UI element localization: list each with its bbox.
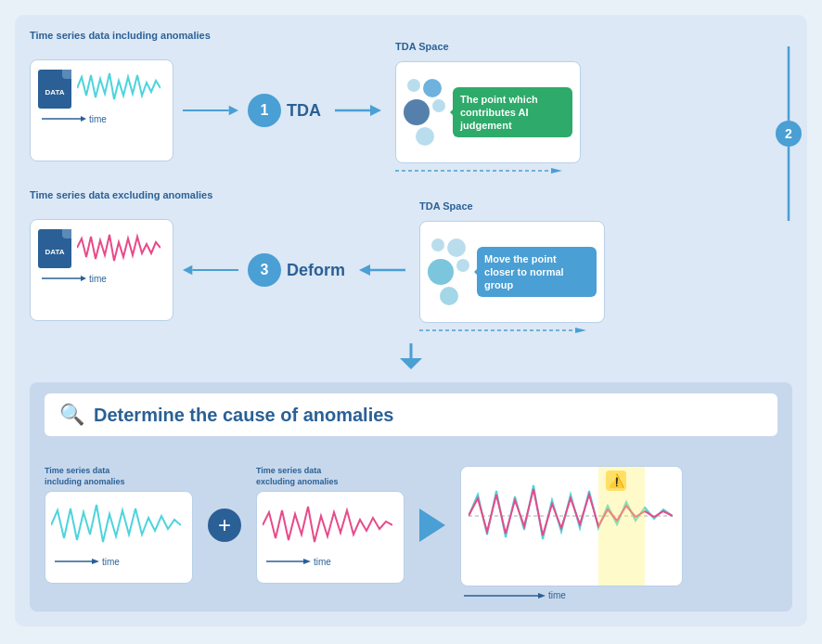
warning-icon: ⚠️ [606, 470, 626, 491]
svg-marker-15 [575, 328, 586, 333]
comparison-box: ⚠️ [460, 466, 683, 586]
connector-num: 2 [776, 121, 802, 147]
svg-marker-19 [400, 358, 422, 369]
determine-section: 🔍 Determine the cause of anomalies Time … [30, 382, 792, 612]
time-arrow-comparison: time [460, 590, 566, 600]
time-label-1: time [89, 114, 107, 124]
blue-callout: Move the point closer to normal group [477, 247, 597, 298]
svg-marker-23 [303, 559, 311, 564]
file-label-1: DATA [45, 88, 64, 97]
tda-label-1: TDA Space [395, 41, 449, 52]
bubble-lg-2 [428, 259, 454, 285]
data-box-2: DATA time [30, 219, 173, 321]
svg-marker-3 [229, 106, 238, 115]
mini-waveform-2 [263, 497, 392, 553]
tda-base-arrow-2 [419, 325, 586, 336]
data-box-1: DATA time [30, 59, 173, 161]
connector-line-bottom [779, 147, 798, 221]
step-circle-1: 1 [248, 94, 281, 127]
bubble-sm-2 [432, 99, 445, 112]
bubble-md-2 [416, 127, 434, 146]
bubble-md-3 [447, 238, 466, 257]
arrow-right-2 [330, 97, 386, 124]
svg-marker-26 [538, 593, 546, 599]
bubble-cluster-1 [404, 79, 445, 146]
bubble-sm-1 [407, 79, 420, 92]
down-arrow [392, 343, 430, 369]
mini-chart-2: time [256, 491, 405, 584]
flow-row-1: DATA time [30, 45, 751, 176]
waveform-pink [77, 227, 161, 269]
tda-box-2: Move the point closer to normal group [419, 221, 605, 323]
time-label-comparison: time [548, 590, 566, 600]
step-num-2: 3 [261, 262, 269, 278]
flow-row-2: DATA time [30, 204, 751, 336]
chart2-label: Time series data excluding anomalies [256, 466, 339, 487]
time-arrow-1: time [38, 113, 107, 124]
tda-box-1: The point which contributes AI judgement [395, 61, 581, 163]
down-arrow-wrapper [30, 343, 792, 369]
time-label-bottom-2: time [314, 557, 331, 567]
time-label-2: time [89, 274, 107, 284]
row2-section-label: Time series data excluding anomalies [30, 189, 751, 200]
arrow-left-deform [183, 256, 238, 284]
file-label-2: DATA [45, 248, 64, 256]
bubble-md-1 [423, 79, 442, 97]
waveform-cyan [77, 68, 161, 109]
svg-marker-13 [359, 264, 370, 276]
step-group-2: 3 Deform [248, 253, 345, 287]
bubble-sm-4 [456, 259, 469, 272]
bottom-row: Time series data including anomalies tim… [45, 449, 777, 600]
time-arrow-2: time [38, 273, 107, 284]
bubble-cluster-2 [428, 238, 469, 305]
bubble-sm-3 [431, 238, 444, 251]
determine-header: 🔍 Determine the cause of anomalies [45, 393, 777, 436]
time-arrow-bottom-1: time [51, 557, 186, 567]
side-connector: 2 [776, 46, 802, 221]
mini-chart-1: time [45, 491, 193, 584]
play-triangle [419, 509, 445, 542]
search-icon: 🔍 [59, 403, 84, 427]
determine-title: Determine the cause of anomalies [94, 405, 393, 426]
step-num-1: 1 [261, 102, 269, 119]
svg-marker-7 [551, 168, 562, 174]
svg-marker-21 [92, 559, 99, 564]
file-icon-1: DATA [38, 70, 71, 109]
file-icon-2: DATA [38, 229, 71, 268]
green-callout: The point which contributes AI judgement [453, 87, 572, 138]
tda-base-arrow-1 [395, 165, 562, 176]
chart1-label: Time series data including anomalies [45, 466, 125, 487]
tda-label-2: TDA Space [419, 200, 473, 212]
svg-marker-11 [183, 265, 192, 275]
time-arrow-bottom-2: time [263, 557, 398, 567]
connector-line-top [779, 46, 798, 121]
bubble-lg-1 [404, 99, 430, 125]
svg-marker-1 [81, 116, 86, 122]
time-label-bottom-1: time [102, 557, 120, 567]
step-circle-2: 3 [248, 253, 281, 287]
mini-waveform-1 [51, 497, 181, 553]
row1-section-label: Time series data including anomalies [30, 30, 751, 41]
bubble-md-4 [440, 287, 458, 305]
step-name-2: Deform [287, 261, 345, 280]
plus-icon: + [208, 509, 241, 542]
svg-marker-5 [370, 105, 381, 116]
arrow-right-1 [183, 97, 238, 124]
main-container: Time series data including anomalies DAT… [15, 15, 807, 626]
arrow-left-2 [354, 256, 410, 284]
step-name-1: TDA [287, 101, 321, 121]
step-group-1: 1 TDA [248, 94, 321, 127]
svg-marker-9 [81, 276, 86, 281]
